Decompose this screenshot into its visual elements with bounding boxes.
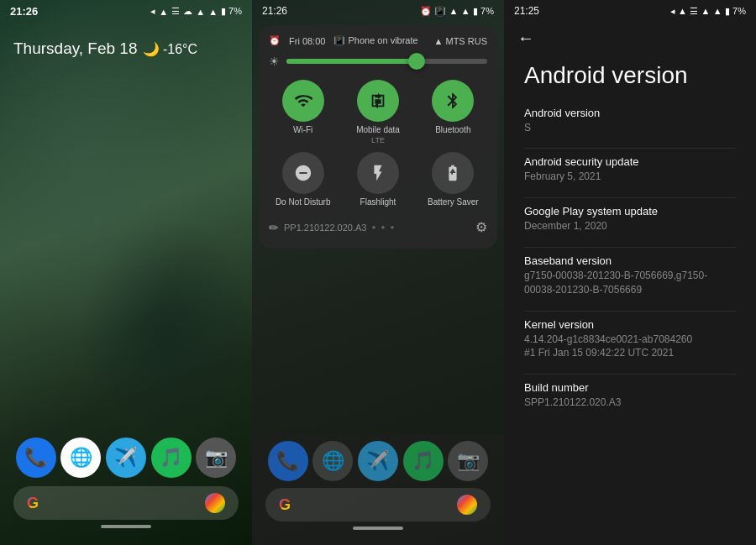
shade-app-telegram[interactable]: ✈️ bbox=[358, 441, 398, 481]
shade-assistant[interactable] bbox=[457, 495, 477, 515]
alarm-info: ⏰ bbox=[269, 35, 281, 46]
section-kernel: Kernel version 4.14.204-g1c8834ce0021-ab… bbox=[524, 318, 736, 361]
date-line: Thursday, Feb 18 🌙 -16°C bbox=[13, 39, 239, 58]
tile-data-label: Mobile dataLTE bbox=[356, 125, 400, 145]
value-build: SPP1.210122.020.A3 bbox=[524, 396, 736, 410]
quick-settings-panel: ⏰ Fri 08:00 📳 Phone on vibrate ▲ MTS RUS… bbox=[259, 25, 497, 249]
brightness-thumb bbox=[408, 53, 425, 70]
tile-wifi-btn[interactable] bbox=[282, 80, 324, 122]
tile-bluetooth[interactable]: Bluetooth bbox=[419, 80, 487, 145]
brightness-row: ☀ bbox=[269, 55, 487, 68]
divider-2 bbox=[524, 197, 736, 198]
brightness-icon: ☀ bbox=[269, 55, 280, 68]
home-indicator bbox=[101, 525, 151, 528]
sync-icon: ☰ bbox=[171, 6, 180, 17]
time-shade: 21:26 bbox=[262, 5, 287, 17]
tile-batt-btn[interactable] bbox=[432, 152, 474, 194]
quick-tiles: Wi-Fi Mobile dataLTE Bluetooth bbox=[269, 80, 487, 207]
shade-dock: 📞 🌐 ✈️ 🎵 📷 G bbox=[252, 434, 504, 545]
search-bar-home[interactable]: G bbox=[13, 486, 239, 520]
battery-shade-icon: ▮ 7% bbox=[473, 6, 494, 16]
signal-info-icon: ▲ bbox=[701, 6, 711, 16]
status-bar-home: 21:26 ◂ ▲ ☰ ☁ ▲ ▲ ▮ 7% bbox=[0, 0, 252, 23]
tile-battery-saver[interactable]: Battery Saver bbox=[419, 152, 487, 207]
shade-app-camera[interactable]: 📷 bbox=[448, 441, 488, 481]
tile-data-sublabel: LTE bbox=[371, 136, 385, 144]
section-play-update: Google Play system update December 1, 20… bbox=[524, 205, 736, 233]
shade-info-left: ⏰ Fri 08:00 📳 Phone on vibrate bbox=[269, 35, 418, 46]
brightness-fill bbox=[286, 59, 417, 64]
app-telegram[interactable]: ✈️ bbox=[106, 438, 146, 478]
label-android-version: Android version bbox=[524, 107, 736, 119]
tile-mobile-data[interactable]: Mobile dataLTE bbox=[344, 80, 412, 145]
nav-info-icon: ◂ bbox=[670, 6, 675, 16]
wifi-icon: ▲ bbox=[208, 7, 218, 17]
assistant-button[interactable] bbox=[205, 493, 225, 513]
status-bar-info: 21:25 ◂ ▲ ☰ ▲ ▲ ▮ 7% bbox=[504, 0, 756, 22]
label-play-update: Google Play system update bbox=[524, 205, 736, 217]
date-text: Thursday, Feb 18 bbox=[13, 39, 138, 58]
shade-app-chrome[interactable]: 🌐 bbox=[312, 441, 353, 481]
tile-data-btn[interactable] bbox=[357, 80, 399, 122]
tile-batt-label: Battery Saver bbox=[428, 197, 479, 207]
status-icons-shade: ⏰ 📳 ▲ ▲ ▮ 7% bbox=[420, 5, 494, 17]
tile-flash-label: Flashlight bbox=[360, 197, 396, 207]
loc-info-icon: ▲ bbox=[678, 6, 687, 16]
app-chrome[interactable]: 🌐 bbox=[60, 438, 101, 478]
divider-1 bbox=[524, 148, 736, 149]
wifi-info-icon: ▲ bbox=[713, 6, 722, 16]
status-icons-home: ◂ ▲ ☰ ☁ ▲ ▲ ▮ 7% bbox=[150, 6, 242, 17]
divider-5 bbox=[524, 374, 736, 375]
brightness-track[interactable] bbox=[286, 59, 487, 64]
panel-android-version: 21:25 ◂ ▲ ☰ ▲ ▲ ▮ 7% ← Android version A… bbox=[504, 0, 756, 545]
tile-dnd-label: Do Not Disturb bbox=[276, 197, 331, 207]
tile-wifi[interactable]: Wi-Fi bbox=[269, 80, 337, 145]
battery-info-icon: ▮ 7% bbox=[725, 6, 746, 16]
app-phone[interactable]: 📞 bbox=[16, 438, 56, 478]
tile-dnd-btn[interactable] bbox=[282, 152, 324, 194]
value-baseband: g7150-00038-201230-B-7056669,g7150-00038… bbox=[524, 269, 736, 297]
build-text: PP1.210122.020.A3 bbox=[284, 223, 366, 233]
vibrate-status-icon: 📳 bbox=[434, 6, 446, 16]
page-dots: ● ● ● bbox=[371, 223, 396, 231]
label-baseband: Baseband version bbox=[524, 254, 736, 267]
label-build: Build number bbox=[524, 381, 736, 394]
tile-bt-label: Bluetooth bbox=[435, 125, 470, 135]
nav-icon: ◂ bbox=[150, 6, 155, 17]
carrier-info: ▲ MTS RUS bbox=[434, 36, 487, 46]
shade-app-spotify[interactable]: 🎵 bbox=[403, 441, 444, 481]
alarm-time: Fri 08:00 bbox=[289, 36, 325, 46]
tile-dnd[interactable]: Do Not Disturb bbox=[269, 152, 337, 207]
label-security-update: Android security update bbox=[524, 155, 736, 168]
date-widget: Thursday, Feb 18 🌙 -16°C bbox=[0, 23, 252, 66]
alarm-status-icon: ⏰ bbox=[420, 6, 432, 16]
app-camera[interactable]: 📷 bbox=[196, 438, 236, 478]
wifi-shade-icon: ▲ bbox=[461, 6, 470, 16]
shade-dock-icons: 📞 🌐 ✈️ 🎵 📷 bbox=[265, 441, 491, 481]
status-bar-shade: 21:26 ⏰ 📳 ▲ ▲ ▮ 7% bbox=[252, 0, 504, 22]
shade-search-bar[interactable]: G bbox=[265, 488, 491, 521]
edit-icon[interactable]: ✏ bbox=[269, 221, 279, 234]
shade-bottom-row: ✏ PP1.210122.020.A3 ● ● ● ⚙ bbox=[269, 216, 487, 238]
shade-bottom-left: ✏ PP1.210122.020.A3 ● ● ● bbox=[269, 221, 396, 234]
tile-bt-btn[interactable] bbox=[432, 80, 474, 122]
tile-flash-btn[interactable] bbox=[357, 152, 399, 194]
back-button[interactable]: ← bbox=[517, 29, 534, 47]
dock-icons: 📞 🌐 ✈️ 🎵 📷 bbox=[13, 438, 239, 478]
sync-info-icon: ☰ bbox=[690, 6, 698, 16]
section-android-version: Android version S bbox=[524, 107, 736, 135]
app-spotify[interactable]: 🎵 bbox=[151, 438, 192, 478]
section-security-update: Android security update February 5, 2021 bbox=[524, 155, 736, 184]
shade-app-phone[interactable]: 📞 bbox=[268, 441, 308, 481]
vibrate-info: 📳 Phone on vibrate bbox=[333, 35, 417, 46]
signal-shade-icon: ▲ bbox=[449, 6, 459, 16]
home-dock: 📞 🌐 ✈️ 🎵 📷 G bbox=[0, 429, 252, 545]
info-toolbar: ← bbox=[504, 22, 756, 55]
shade-google-logo: G bbox=[279, 496, 291, 514]
status-icons-info: ◂ ▲ ☰ ▲ ▲ ▮ 7% bbox=[670, 5, 746, 17]
divider-3 bbox=[524, 247, 736, 248]
settings-icon[interactable]: ⚙ bbox=[475, 219, 487, 235]
value-kernel: 4.14.204-g1c8834ce0021-ab7084260#1 Fri J… bbox=[524, 333, 736, 361]
shade-home-indicator bbox=[353, 527, 403, 530]
tile-flashlight[interactable]: Flashlight bbox=[344, 152, 412, 207]
